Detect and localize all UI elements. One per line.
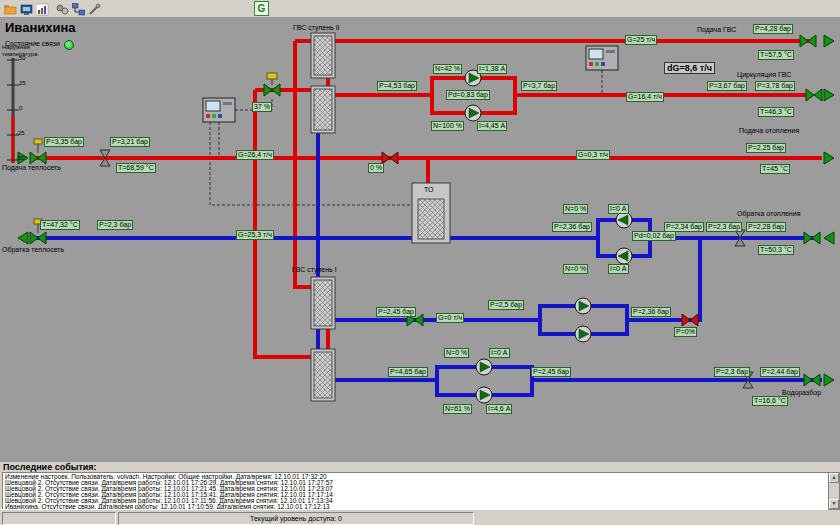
outdoor-thermometer <box>7 58 19 163</box>
valve-to-closed[interactable] <box>382 152 398 164</box>
valve-gvs-control[interactable] <box>264 84 280 96</box>
pump-heating-1[interactable] <box>616 212 632 228</box>
scroll-down-icon[interactable]: ▼ <box>829 499 839 509</box>
controller-device[interactable] <box>586 46 618 70</box>
status-bar: Текущий уровень доступа: 0 <box>0 509 840 525</box>
connection-status-label: Состояние связи <box>5 40 60 47</box>
access-level-text: Текущий уровень доступа: 0 <box>118 512 474 525</box>
heat-exchanger-gvs2[interactable] <box>311 33 335 133</box>
events-header: Последние события: <box>3 462 97 472</box>
pump-cold-2[interactable] <box>476 387 492 403</box>
scroll-up-icon[interactable]: ▲ <box>829 473 839 483</box>
valve-return-outlet[interactable] <box>30 232 46 244</box>
heat-exchanger-to[interactable] <box>412 183 450 243</box>
pump-heating-2[interactable] <box>616 248 632 264</box>
valve-circ-closed[interactable] <box>682 314 698 326</box>
status-panel <box>2 512 116 525</box>
monitor-icon[interactable] <box>20 2 33 15</box>
toolbar: G <box>0 0 840 18</box>
network-icon[interactable] <box>72 2 85 15</box>
chart-icon[interactable] <box>36 2 49 15</box>
pump-cold-1[interactable] <box>476 359 492 375</box>
valve-stems <box>34 73 277 233</box>
heat-exchanger-gvs1[interactable] <box>311 277 335 401</box>
valve-heating-return[interactable] <box>804 232 820 244</box>
controller-device[interactable] <box>203 98 235 122</box>
pump-gvs2-1[interactable] <box>465 70 481 86</box>
log-scrollbar[interactable]: ▲ ▼ <box>828 472 840 510</box>
connection-led <box>64 40 74 50</box>
pump-circ-1[interactable] <box>575 298 591 314</box>
folder-icon[interactable] <box>4 2 17 15</box>
scheme-canvas <box>0 0 840 462</box>
event-log[interactable]: Изменение настроек. Пользователь: volvac… <box>2 472 833 512</box>
g-icon[interactable]: G <box>254 1 269 16</box>
valve-circ-in[interactable] <box>806 89 822 101</box>
valve-gvs-out[interactable] <box>800 35 816 47</box>
valve-supply-inlet[interactable] <box>30 152 46 164</box>
gears-icon[interactable] <box>56 2 69 15</box>
tools-icon[interactable] <box>88 2 101 15</box>
valve-cold-water[interactable] <box>804 374 820 386</box>
pump-gvs2-2[interactable] <box>465 105 481 121</box>
valve-circ[interactable] <box>407 314 423 326</box>
page-title: Иванихина <box>5 20 76 35</box>
pump-circ-2[interactable] <box>575 326 591 342</box>
